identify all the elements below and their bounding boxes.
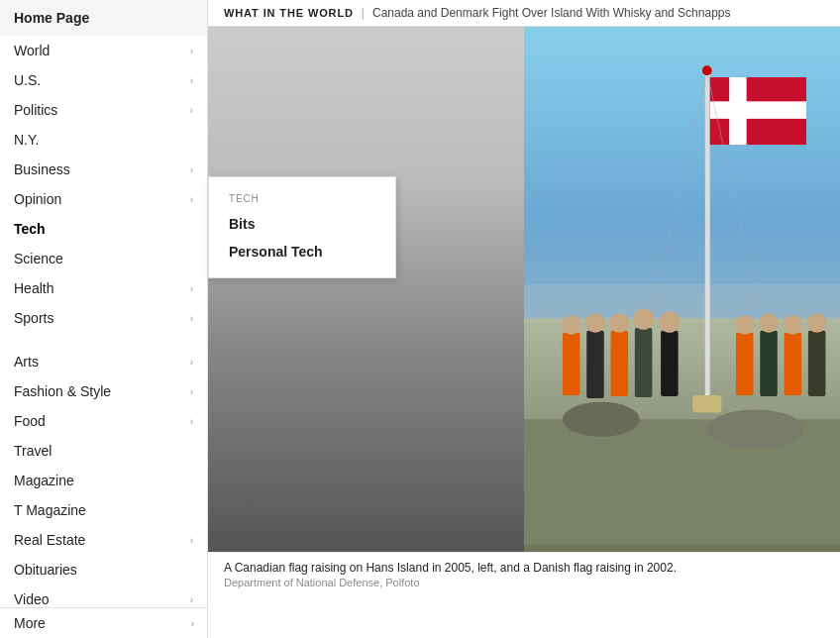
fashion-chevron-icon: › [190, 386, 193, 397]
sidebar-item-label-ny: N.Y. [14, 132, 39, 148]
sidebar-item-label-health: Health [14, 280, 53, 296]
nav-bottom-group: Arts›Fashion & Style›Food›TravelMagazine… [0, 347, 207, 638]
caption-credit: Department of National Defense, Polfoto [224, 577, 824, 588]
svg-point-52 [807, 313, 826, 332]
food-chevron-icon: › [190, 416, 193, 427]
svg-rect-51 [808, 331, 826, 396]
svg-rect-23 [213, 512, 520, 552]
sidebar-item-label-magazine: Magazine [14, 473, 74, 488]
svg-rect-7 [262, 393, 480, 552]
svg-rect-43 [661, 331, 679, 396]
svg-point-54 [563, 402, 640, 437]
sidebar-item-label-travel: Travel [14, 443, 52, 459]
submenu-item-personal-tech[interactable]: Personal Tech [209, 238, 395, 266]
article-images [208, 27, 840, 552]
sports-chevron-icon: › [190, 313, 193, 324]
sidebar-item-realestate[interactable]: Real Estate› [0, 525, 207, 555]
submenu-section-label: TECH [209, 189, 395, 210]
svg-rect-21 [416, 309, 436, 383]
left-image [208, 27, 524, 552]
svg-point-13 [271, 282, 295, 306]
svg-point-22 [415, 286, 437, 308]
svg-rect-41 [635, 328, 653, 397]
sidebar-item-label-tmagazine: T Magazine [14, 502, 86, 518]
sidebar-item-business[interactable]: Business› [0, 155, 207, 184]
submenu-items: BitsPersonal Tech [209, 210, 395, 266]
svg-rect-19 [386, 299, 408, 378]
svg-rect-35 [563, 333, 580, 395]
sidebar-more-section: More › [0, 607, 208, 638]
svg-rect-16 [342, 274, 364, 369]
submenu-item-bits[interactable]: Bits [209, 210, 395, 238]
sidebar-item-label-business: Business [14, 161, 70, 177]
arts-chevron-icon: › [190, 357, 193, 368]
svg-point-9 [347, 415, 396, 451]
svg-rect-49 [785, 333, 802, 395]
svg-rect-12 [272, 304, 294, 383]
svg-point-38 [585, 313, 604, 332]
sidebar-item-more[interactable]: More › [0, 608, 208, 638]
main-content: WHAT IN THE WORLD | Canada and Denmark F… [208, 0, 840, 638]
svg-point-55 [707, 410, 803, 449]
sidebar-item-label-opinion: Opinion [14, 191, 61, 207]
svg-point-40 [610, 313, 629, 332]
breadcrumb-bar: WHAT IN THE WORLD | Canada and Denmark F… [208, 0, 840, 27]
svg-rect-37 [586, 331, 604, 398]
nav-top-group: World›U.S.›Politics›N.Y.Business›Opinion… [0, 36, 207, 333]
breadcrumb-divider: | [362, 6, 365, 20]
health-chevron-icon: › [190, 283, 193, 294]
sidebar: Home Page World›U.S.›Politics›N.Y.Busine… [0, 0, 208, 638]
sidebar-item-tech[interactable]: Tech [0, 214, 207, 244]
breadcrumb-article: Canada and Denmark Fight Over Island Wit… [372, 6, 731, 20]
nav-divider [0, 333, 207, 347]
svg-point-57 [702, 65, 712, 75]
sidebar-item-politics[interactable]: Politics› [0, 95, 207, 125]
svg-point-44 [659, 311, 680, 332]
sidebar-item-fashion[interactable]: Fashion & Style› [0, 376, 207, 406]
svg-marker-4 [356, 42, 381, 60]
svg-point-50 [784, 315, 802, 334]
sidebar-item-arts[interactable]: Arts› [0, 347, 207, 376]
svg-point-10 [403, 396, 459, 440]
opinion-chevron-icon: › [190, 194, 193, 205]
sidebar-item-magazine[interactable]: Magazine [0, 466, 207, 495]
svg-rect-29 [710, 101, 806, 119]
business-chevron-icon: › [190, 164, 193, 175]
sidebar-item-science[interactable]: Science [0, 244, 207, 273]
sidebar-item-label-world: World [14, 43, 50, 58]
sidebar-item-ny[interactable]: N.Y. [0, 125, 207, 155]
tech-submenu: TECH BitsPersonal Tech [208, 176, 396, 278]
world-chevron-icon: › [190, 46, 193, 56]
sidebar-item-home[interactable]: Home Page [0, 0, 207, 36]
sidebar-item-opinion[interactable]: Opinion› [0, 184, 207, 214]
svg-rect-47 [760, 331, 778, 396]
politics-chevron-icon: › [190, 105, 193, 116]
sidebar-item-us[interactable]: U.S.› [0, 65, 207, 95]
sidebar-item-health[interactable]: Health› [0, 273, 207, 303]
svg-rect-56 [692, 395, 721, 413]
svg-point-46 [735, 315, 754, 334]
sidebar-item-sports[interactable]: Sports› [0, 303, 207, 333]
right-image [524, 27, 840, 552]
svg-rect-14 [302, 294, 324, 378]
svg-rect-3 [376, 37, 391, 81]
sidebar-item-tmagazine[interactable]: T Magazine [0, 495, 207, 525]
video-chevron-icon: › [190, 594, 193, 605]
sidebar-item-label-politics: Politics [14, 102, 57, 118]
svg-rect-45 [736, 333, 754, 395]
sidebar-item-obituaries[interactable]: Obituaries [0, 555, 207, 585]
realestate-chevron-icon: › [190, 535, 193, 546]
breadcrumb-section: WHAT IN THE WORLD [224, 7, 354, 19]
sidebar-item-food[interactable]: Food› [0, 406, 207, 436]
sidebar-item-label-tech: Tech [14, 221, 46, 237]
sidebar-item-label-realestate: Real Estate [14, 532, 85, 548]
svg-point-20 [385, 275, 409, 299]
svg-rect-1 [342, 37, 411, 81]
sidebar-item-travel[interactable]: Travel [0, 436, 207, 466]
svg-point-42 [633, 308, 654, 329]
sidebar-item-label-obituaries: Obituaries [14, 562, 77, 578]
sidebar-item-world[interactable]: World› [0, 36, 207, 65]
us-chevron-icon: › [190, 75, 193, 86]
sidebar-item-label-science: Science [14, 251, 63, 266]
sidebar-item-label-video: Video [14, 591, 50, 607]
